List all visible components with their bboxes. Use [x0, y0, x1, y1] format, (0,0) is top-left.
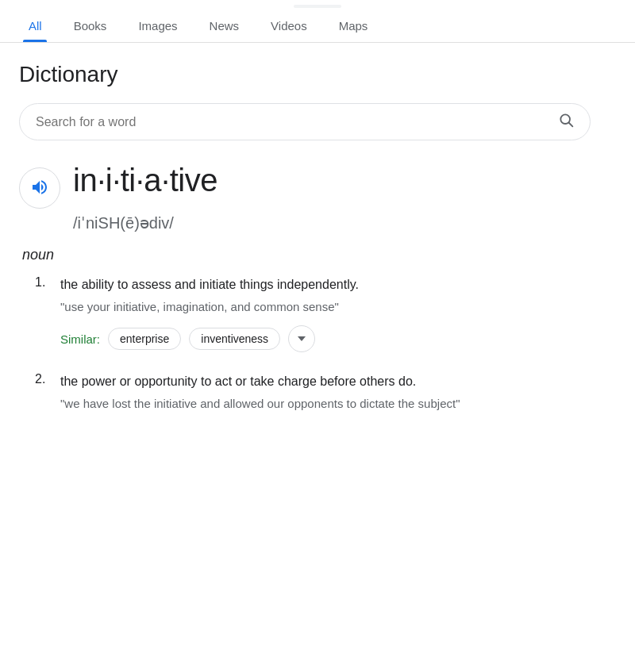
- speaker-icon: [30, 178, 49, 199]
- part-of-speech: noun: [22, 247, 616, 263]
- def-example-2: "we have lost the initiative and allowed…: [60, 395, 616, 413]
- main-content: Dictionary in·i·ti·a·tive /iˈniSH(ē)ədiv…: [0, 43, 635, 460]
- dictionary-heading: Dictionary: [19, 62, 616, 87]
- word-header: in·i·ti·a·tive: [19, 163, 616, 209]
- definition-item-2: 2. the power or opportunity to act or ta…: [35, 371, 616, 422]
- def-content-2: the power or opportunity to act or take …: [60, 371, 616, 422]
- definition-item-1: 1. the ability to assess and initiate th…: [35, 275, 616, 352]
- definitions-list: 1. the ability to assess and initiate th…: [35, 275, 616, 422]
- tab-maps[interactable]: Maps: [323, 8, 384, 42]
- def-text-2: the power or opportunity to act or take …: [60, 371, 616, 392]
- chevron-down-icon: [298, 336, 306, 341]
- tab-videos[interactable]: Videos: [255, 8, 323, 42]
- speaker-button[interactable]: [19, 167, 60, 209]
- top-navigation-bar: All Books Images News Videos Maps: [0, 5, 635, 43]
- similar-tag-inventiveness[interactable]: inventiveness: [189, 328, 280, 350]
- word-search-box[interactable]: [19, 103, 591, 140]
- tab-news[interactable]: News: [194, 8, 256, 42]
- similar-label-1: Similar:: [60, 332, 100, 346]
- search-input[interactable]: [36, 115, 558, 129]
- tab-images[interactable]: Images: [122, 8, 193, 42]
- similar-tag-enterprise[interactable]: enterprise: [108, 328, 181, 350]
- def-content-1: the ability to assess and initiate thing…: [60, 275, 616, 352]
- tab-books[interactable]: Books: [58, 8, 123, 42]
- word-display: in·i·ti·a·tive: [73, 163, 217, 198]
- expand-similar-button[interactable]: [288, 325, 315, 352]
- svg-line-1: [569, 123, 573, 127]
- def-example-1: "use your initiative, imagination, and c…: [60, 298, 616, 317]
- search-type-tabs: All Books Images News Videos Maps: [13, 8, 622, 42]
- search-icon: [558, 112, 574, 132]
- def-text-1: the ability to assess and initiate thing…: [60, 275, 616, 295]
- similar-row-1: Similar: enterprise inventiveness: [60, 325, 616, 352]
- def-number-1: 1.: [35, 275, 51, 352]
- tab-all[interactable]: All: [13, 8, 58, 42]
- def-number-2: 2.: [35, 371, 51, 422]
- phonetic-text: /iˈniSH(ē)ədiv/: [73, 213, 616, 232]
